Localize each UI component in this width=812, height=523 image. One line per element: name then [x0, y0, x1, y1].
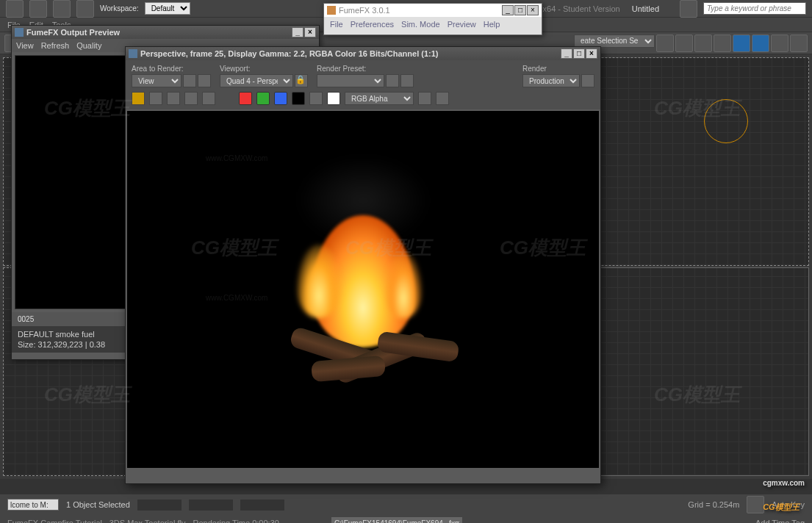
- layers-icon[interactable]: [694, 35, 712, 52]
- viewport-select[interactable]: Quad 4 - Perspect: [220, 74, 293, 87]
- arrow-left-icon[interactable]: [680, 0, 697, 18]
- render-frame-icon[interactable]: [790, 35, 808, 52]
- channel-green-toggle[interactable]: [256, 92, 270, 105]
- render-frame-window: Perspective, frame 25, Display Gamma: 2.…: [125, 46, 601, 484]
- close-icon[interactable]: ×: [304, 27, 316, 37]
- selection-status: 1 Object Selected: [66, 500, 130, 509]
- app-icon[interactable]: [6, 0, 24, 18]
- auto-region-icon[interactable]: [198, 74, 211, 87]
- selection-set-dropdown[interactable]: eate Selection Se: [574, 35, 655, 48]
- help-search-input[interactable]: [703, 2, 806, 15]
- fumefx-close-icon[interactable]: ×: [527, 5, 539, 15]
- render-maximize-icon[interactable]: □: [573, 48, 585, 59]
- fumefx-minimize-icon[interactable]: _: [502, 5, 514, 15]
- render-time-label: Rendering Time 0:00:30: [193, 519, 279, 523]
- render-window-title: Perspective, frame 25, Display Gamma: 2.…: [140, 49, 439, 58]
- align-icon[interactable]: [675, 35, 693, 52]
- mirror-icon[interactable]: [656, 35, 674, 52]
- tutorial-filename: FumeFX Campfire Tutorial - 3DS Max Tooto…: [7, 519, 185, 523]
- render-app-icon: [129, 49, 137, 58]
- view-gizmo-icon[interactable]: [704, 99, 748, 143]
- coord-x-field[interactable]: [137, 499, 182, 511]
- preview-window-titlebar[interactable]: FumeFX Output Preview _ ×: [12, 26, 319, 39]
- background-swatch[interactable]: [327, 92, 340, 105]
- workspace-select[interactable]: Default: [145, 2, 190, 15]
- watermark-url: www.CGMXW.com: [206, 154, 267, 162]
- environment-icon[interactable]: [386, 74, 399, 87]
- toggle-ui-icon[interactable]: [436, 92, 449, 105]
- render-close-icon[interactable]: ×: [586, 48, 597, 59]
- render-titlebar[interactable]: Perspective, frame 25, Display Gamma: 2.…: [126, 47, 600, 60]
- curve-editor-icon[interactable]: [714, 35, 731, 52]
- lock-icon[interactable]: [747, 496, 764, 513]
- save-icon[interactable]: [29, 0, 47, 18]
- schematic-view-icon[interactable]: [733, 35, 750, 52]
- preview-menu-refresh[interactable]: Refresh: [41, 41, 70, 50]
- render-toolbar: Area to Render: View Viewport: Quad 4 - …: [126, 60, 600, 109]
- save-image-icon[interactable]: [132, 92, 145, 105]
- output-path-field[interactable]: [331, 516, 463, 523]
- print-icon[interactable]: [184, 92, 198, 105]
- lock-viewport-icon[interactable]: 🔒: [295, 74, 308, 87]
- preset-label: Render Preset:: [317, 65, 414, 73]
- brand-watermark-large: cgmxw.com CG模型王: [763, 479, 805, 516]
- mono-icon[interactable]: [309, 92, 323, 105]
- production-select[interactable]: Production: [522, 74, 580, 87]
- channel-red-toggle[interactable]: [239, 92, 252, 105]
- edit-region-icon[interactable]: [183, 74, 196, 87]
- maxscript-input[interactable]: [7, 499, 59, 511]
- render-minimize-icon[interactable]: _: [561, 48, 572, 59]
- channel-blue-toggle[interactable]: [274, 92, 287, 105]
- preview-app-icon: [15, 28, 24, 37]
- clone-icon[interactable]: [167, 92, 180, 105]
- render-output-canvas[interactable]: [127, 111, 599, 468]
- bottom-status-bar: 1 Object Selected Grid = 0.254m Auto Key…: [0, 479, 812, 523]
- area-render-label: Area to Render:: [132, 65, 211, 73]
- document-title: Untitled: [632, 4, 659, 13]
- coord-y-field[interactable]: [189, 499, 233, 511]
- fumefx-main-window: FumeFX 3.0.1 _ □ × File Preferences Sim.…: [323, 3, 542, 35]
- toggle-overlay-icon[interactable]: [418, 92, 431, 105]
- fumefx-title-text: FumeFX 3.0.1: [339, 6, 390, 15]
- grid-size-label: Grid = 0.254m: [688, 500, 739, 509]
- fumefx-maximize-icon[interactable]: □: [514, 5, 526, 15]
- preset-select[interactable]: [317, 74, 384, 87]
- fumefx-menu-help[interactable]: Help: [484, 20, 500, 29]
- preview-menu-quality[interactable]: Quality: [76, 41, 101, 50]
- fumefx-app-icon: [327, 6, 336, 15]
- channel-display-select[interactable]: RGB Alpha: [345, 92, 414, 105]
- minimize-icon[interactable]: _: [292, 27, 303, 37]
- workspace-label: Workspace:: [100, 4, 139, 12]
- area-render-select[interactable]: View: [132, 74, 182, 87]
- render-setup-icon[interactable]: [771, 35, 788, 52]
- viewport-label: Viewport:: [220, 65, 308, 73]
- channel-alpha-toggle[interactable]: [292, 92, 305, 105]
- render-button-icon[interactable]: [581, 74, 594, 87]
- material-editor-icon[interactable]: [752, 35, 769, 52]
- copy-image-icon[interactable]: [149, 92, 162, 105]
- clear-icon[interactable]: [202, 92, 215, 105]
- fumefx-menu-file[interactable]: File: [330, 20, 343, 29]
- coord-z-field[interactable]: [240, 499, 284, 511]
- fumefx-menu-prefs[interactable]: Preferences: [351, 20, 394, 29]
- redo-icon[interactable]: [76, 0, 94, 18]
- preview-menu-view[interactable]: View: [16, 41, 34, 50]
- time-tag-button[interactable]: Add Time Tag: [755, 519, 805, 523]
- effects-icon[interactable]: [400, 74, 414, 87]
- undo-icon[interactable]: [53, 0, 71, 18]
- render-section-label: Render: [522, 65, 594, 73]
- fumefx-menu-bar: File Preferences Sim. Mode Preview Help: [324, 17, 542, 32]
- fumefx-titlebar[interactable]: FumeFX 3.0.1 _ □ ×: [324, 4, 542, 17]
- fumefx-menu-sim[interactable]: Sim. Mode: [401, 20, 440, 29]
- watermark-url: www.CGMXW.com: [206, 294, 267, 302]
- preview-window-title: FumeFX Output Preview: [26, 28, 120, 37]
- fumefx-menu-preview[interactable]: Preview: [448, 20, 476, 29]
